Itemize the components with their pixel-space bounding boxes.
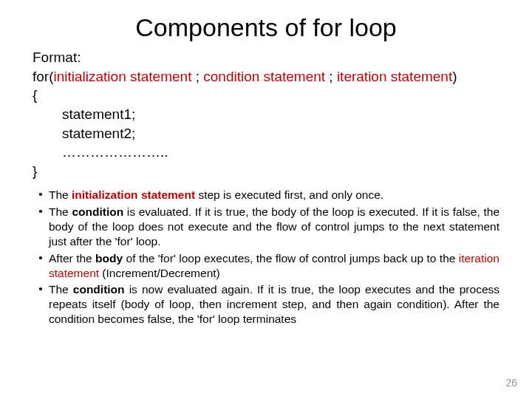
for-prefix: for( xyxy=(33,69,54,84)
bullet-pre: The xyxy=(49,205,72,218)
bullet-post: step is executed first, and only once. xyxy=(195,188,383,201)
slide-title: Components of for loop xyxy=(0,0,532,48)
bullet-bold: body xyxy=(95,252,123,265)
bullet-marker: • xyxy=(33,282,49,326)
bullet-pre: After the xyxy=(49,252,95,265)
bullet-pre: The xyxy=(49,188,72,201)
bullet-bold: condition xyxy=(72,205,123,218)
bullet-text: After the body of the 'for' loop execute… xyxy=(49,251,499,281)
for-signature-line: for(initialization statement ; condition… xyxy=(33,67,499,86)
statement-1: statement1; xyxy=(33,105,499,124)
brace-close: } xyxy=(33,162,499,181)
format-block: Format: for(initialization statement ; c… xyxy=(33,48,499,180)
cond-statement: condition statement xyxy=(203,69,325,84)
brace-open: { xyxy=(33,86,499,105)
bullet-text: The initialization statement step is exe… xyxy=(49,188,499,202)
bullet-marker: • xyxy=(33,205,49,248)
bullet-text: The condition is evaluated. If it is tru… xyxy=(49,205,499,248)
bullet-list: • The initialization statement step is e… xyxy=(33,188,499,326)
list-item: • The initialization statement step is e… xyxy=(33,188,499,202)
slide-content: Format: for(initialization statement ; c… xyxy=(0,48,532,327)
list-item: • After the body of the 'for' loop execu… xyxy=(33,251,499,281)
bullet-mid: of the 'for' loop executes, the flow of … xyxy=(123,252,459,265)
iter-statement: iteration statement xyxy=(337,69,452,84)
bullet-bold: condition xyxy=(73,283,125,296)
bullet-post: (Increment/Decrement) xyxy=(99,267,220,279)
page-number: 26 xyxy=(505,377,517,389)
bullet-pre: The xyxy=(49,283,73,296)
bullet-marker: • xyxy=(33,188,49,202)
slide: Components of for loop Format: for(initi… xyxy=(0,0,532,399)
list-item: • The condition is evaluated. If it is t… xyxy=(33,205,499,248)
format-label: Format: xyxy=(33,48,499,67)
bullet-red: initialization statement xyxy=(72,188,195,201)
bullet-text: The condition is now evaluated again. If… xyxy=(49,282,499,326)
for-suffix: ) xyxy=(452,69,457,84)
statement-2: statement2; xyxy=(33,124,499,143)
statement-dots: ………………….. xyxy=(33,143,499,162)
sep1: ; xyxy=(191,69,203,84)
sep2: ; xyxy=(325,69,337,84)
init-statement: initialization statement xyxy=(54,69,192,84)
bullet-marker: • xyxy=(33,251,49,281)
list-item: • The condition is now evaluated again. … xyxy=(33,282,499,326)
